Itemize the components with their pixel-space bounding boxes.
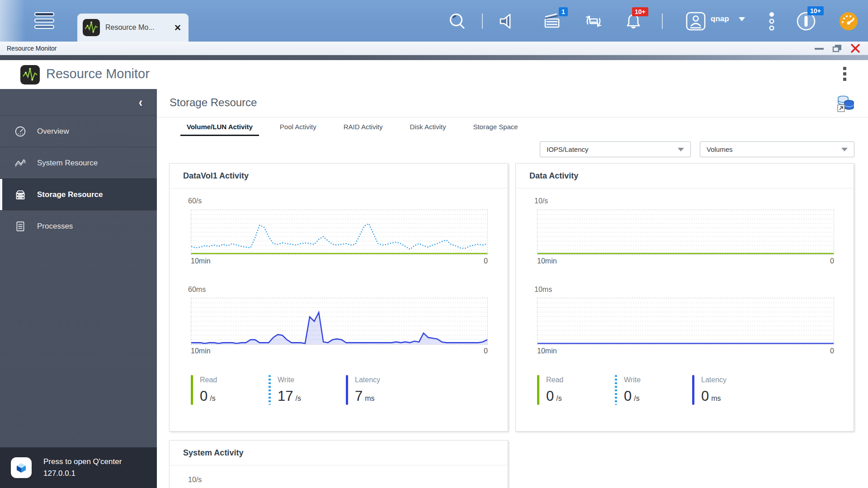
restore-button[interactable]	[832, 43, 843, 53]
write-legend-bar	[615, 375, 617, 405]
sidebar-collapse-row: ‹	[0, 89, 157, 115]
taskbar-divider	[482, 14, 483, 29]
stat-latency: Latency 0ms	[692, 375, 726, 405]
main-menu-button[interactable]	[34, 12, 55, 33]
sidebar-item-label: Storage Resource	[37, 190, 103, 199]
datavol1-iops-chart	[191, 210, 488, 255]
sync-backup-icon[interactable]	[583, 11, 604, 32]
sidebar-item-overview[interactable]: Overview	[0, 115, 157, 147]
info-badge: 10+	[807, 6, 824, 15]
speaker-icon[interactable]	[497, 11, 518, 32]
minimize-button[interactable]	[814, 43, 825, 53]
tasks-badge: 1	[559, 7, 568, 16]
datavol1-latency-chart	[191, 298, 488, 345]
resource-monitor-app-icon	[83, 19, 100, 36]
workspace: ‹ Overview System Resource	[0, 89, 868, 488]
notifications-badge: 10+	[632, 7, 648, 16]
more-options-kebab-icon[interactable]	[768, 11, 776, 32]
metric-dropdown-value: IOPS/Latency	[547, 145, 678, 153]
user-account-icon[interactable]	[685, 11, 706, 32]
app-header: Resource Monitor	[0, 60, 868, 89]
stat-latency: Latency 7ms	[346, 375, 380, 405]
chevron-down-icon	[841, 148, 848, 151]
iops-scale-label: 10/s	[188, 476, 202, 484]
app-menu-kebab-icon[interactable]	[841, 67, 848, 83]
taskbar-divider	[662, 14, 663, 29]
chevron-down-icon	[678, 148, 684, 151]
content-tabs: Volume/LUN Activity Pool Activity RAID A…	[157, 117, 868, 136]
sidebar-item-label: System Resource	[37, 159, 98, 168]
storage-drive-icon	[14, 189, 26, 201]
panel-system-activity: System Activity 10/s	[169, 440, 508, 488]
app-title: Resource Monitor	[46, 66, 150, 81]
stat-write: Write 17/s	[269, 375, 301, 405]
read-legend-bar	[537, 375, 539, 405]
write-legend-bar	[269, 375, 271, 405]
search-icon[interactable]	[447, 11, 467, 32]
activity-chart-icon	[14, 157, 26, 169]
sidebar-item-label: Processes	[37, 222, 73, 231]
latency-legend-bar	[346, 375, 348, 405]
data-activity-iops-chart	[537, 210, 834, 255]
sidebar-item-label: Overview	[37, 127, 69, 136]
sidebar-item-storage-resource[interactable]: Storage Resource	[0, 178, 157, 210]
x-axis-left-label: 10min	[191, 347, 211, 355]
collapse-sidebar-icon[interactable]: ‹	[139, 94, 142, 110]
qcenter-label: Press to open Q'center	[43, 456, 122, 468]
dashboard-gauge-icon[interactable]	[838, 11, 859, 32]
panel-title: DataVol1 Activity	[170, 164, 508, 188]
process-list-icon	[14, 221, 26, 232]
stat-read: Read 0/s	[537, 375, 563, 405]
resource-monitor-app-icon	[20, 65, 40, 84]
storage-snapshots-shortcut-icon[interactable]	[835, 93, 856, 114]
stat-write: Write 0/s	[615, 375, 641, 405]
tab-disk-activity[interactable]: Disk Activity	[403, 117, 452, 136]
user-menu-caret-icon[interactable]	[739, 17, 745, 21]
panel-datavol1-activity: DataVol1 Activity 60/s 10min 0 60ms 10mi…	[169, 163, 508, 432]
close-button[interactable]	[850, 43, 861, 53]
panel-data-activity: Data Activity 10/s 10min 0 10ms 10min 0 …	[515, 163, 854, 432]
tab-raid-activity[interactable]: RAID Activity	[337, 117, 389, 136]
qcenter-footer-button[interactable]: Press to open Q'center 127.0.0.1	[0, 447, 157, 488]
window-titlebar: Resource Monitor	[0, 42, 868, 55]
latency-scale-label: 10ms	[534, 286, 552, 294]
x-axis-right-label: 0	[830, 347, 834, 355]
tab-storage-space[interactable]: Storage Space	[467, 117, 524, 136]
tab-label: Resource Mo...	[105, 23, 172, 32]
sidebar: ‹ Overview System Resource	[0, 89, 157, 488]
page-title: Storage Resource	[170, 96, 257, 109]
data-activity-latency-chart	[537, 298, 834, 345]
window-top-strip	[0, 55, 868, 60]
desktop-taskbar: Resource Mo... ✕ 1 10+ qnap	[0, 0, 868, 42]
target-dropdown[interactable]: Volumes	[700, 141, 854, 157]
taskbar-tab-resource-monitor[interactable]: Resource Mo... ✕	[77, 14, 189, 42]
tab-pool-activity[interactable]: Pool Activity	[274, 117, 323, 136]
latency-legend-bar	[692, 375, 694, 405]
x-axis-right-label: 0	[484, 257, 488, 265]
metric-dropdown[interactable]: IOPS/Latency	[540, 141, 691, 157]
stat-read: Read 0/s	[191, 375, 217, 405]
hamburger-icon	[34, 12, 54, 16]
username-label[interactable]: qnap	[711, 14, 729, 23]
x-axis-left-label: 10min	[191, 257, 211, 265]
stats-row: Read 0/s Write 0/s Latency 0ms	[537, 375, 835, 412]
target-dropdown-value: Volumes	[707, 145, 841, 153]
x-axis-left-label: 10min	[537, 257, 557, 265]
gauge-icon	[14, 126, 26, 137]
tab-volume-lun-activity[interactable]: Volume/LUN Activity	[180, 117, 259, 136]
sidebar-item-system-resource[interactable]: System Resource	[0, 147, 157, 178]
main-content: Storage Resource Volume/LUN Activity Poo…	[157, 89, 868, 488]
tab-close-icon[interactable]: ✕	[172, 22, 183, 34]
stats-row: Read 0/s Write 17/s Latency 7ms	[191, 375, 489, 412]
read-legend-bar	[191, 375, 193, 405]
qcenter-logo-icon	[11, 457, 32, 478]
iops-scale-label: 60/s	[188, 197, 202, 205]
panel-title: Data Activity	[516, 164, 854, 188]
qcenter-ip: 127.0.0.1	[43, 468, 122, 479]
x-axis-left-label: 10min	[537, 347, 557, 355]
sidebar-item-processes[interactable]: Processes	[0, 210, 157, 242]
x-axis-right-label: 0	[830, 257, 834, 265]
latency-scale-label: 60ms	[188, 286, 206, 294]
panel-title: System Activity	[170, 441, 508, 465]
window-title: Resource Monitor	[7, 45, 57, 52]
